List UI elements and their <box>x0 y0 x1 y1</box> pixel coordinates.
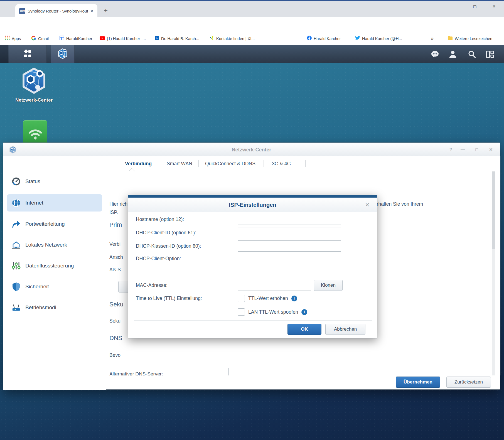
dhcp-client-option-textarea[interactable] <box>238 254 341 276</box>
section-heading-secondary: Seku <box>109 301 123 308</box>
clone-mac-button[interactable]: Klonen <box>314 280 343 291</box>
tab-3g-4g[interactable]: 3G & 4G <box>272 156 291 171</box>
taskbar-edge-button[interactable] <box>0 45 8 63</box>
youtube-icon <box>100 36 105 41</box>
field-label-default: Als S <box>109 267 121 273</box>
screen: SRM Synology Router - SynologyRoute ✕ + … <box>0 0 504 440</box>
window-maximize-button[interactable]: □ <box>472 145 481 154</box>
dialog-header[interactable]: ISP-Einstellungen <box>128 198 377 212</box>
bookmark-item[interactable]: Apps <box>5 32 21 45</box>
other-bookmarks-button[interactable]: Weitere Lesezeichen <box>448 32 492 45</box>
tab-smart-wan[interactable]: Smart WAN <box>167 156 192 171</box>
window-titlebar[interactable]: Netzwerk-Center ? — □ ✕ <box>3 143 500 156</box>
bookmarks-overflow-button[interactable]: » <box>431 32 434 45</box>
dialog-accent-bar <box>128 195 377 198</box>
hostname-input[interactable] <box>238 214 341 225</box>
google-icon <box>31 36 36 42</box>
ttl-spoof-label: LAN TTL-Wert spoofen <box>248 309 298 315</box>
ttl-spoof-checkbox[interactable] <box>238 308 245 316</box>
field-label-preferred-dns: Bevo <box>109 352 121 358</box>
sidebar-item-traffic[interactable]: Datenflusssteuerung <box>3 257 106 274</box>
dhcp-client-option-label: DHCP-Client-Option: <box>136 256 181 262</box>
tab-separator <box>198 160 199 167</box>
tab-separator <box>264 160 264 167</box>
tab-verbindung[interactable]: Verbindung <box>125 156 152 171</box>
window-minimize-button[interactable]: — <box>458 145 467 154</box>
dhcp-client-id-input[interactable] <box>238 227 341 238</box>
ok-button[interactable]: OK <box>287 324 321 335</box>
sidebar-item-localnet[interactable]: Lokales Netzwerk <box>3 236 106 254</box>
localnet-icon <box>11 240 21 250</box>
window-close-button[interactable]: ✕ <box>486 145 495 154</box>
sidebar-item-portforward[interactable]: Portweiterleitung <box>3 215 106 233</box>
ttl-increase-row: TTL-Wert erhöhen i <box>238 295 297 302</box>
browser-minimize-button[interactable]: — <box>449 2 462 11</box>
bookmark-item[interactable]: Gmail <box>31 32 49 45</box>
window-help-button[interactable]: ? <box>446 145 455 154</box>
bookmark-item[interactable]: Harald Karcher <box>307 32 341 45</box>
bookmarks-bar: AppsGmailHaraldKarcher(1) Harald Karcher… <box>0 32 504 45</box>
window-title: Netzwerk-Center <box>3 143 500 156</box>
sidebar-item-modes[interactable]: Betriebsmodi <box>3 299 106 316</box>
tab-quickconnect-ddns[interactable]: QuickConnect & DDNS <box>205 156 255 171</box>
tab-separator <box>120 160 120 167</box>
reset-button[interactable]: Zurücksetzen <box>446 377 491 388</box>
notifications-icon[interactable] <box>428 45 442 63</box>
content-scrollbar[interactable] <box>492 171 495 375</box>
divider-dashed <box>106 347 491 347</box>
bookmark-item[interactable]: HaraldKarcher <box>60 32 92 45</box>
cancel-button[interactable]: Abbrechen <box>325 324 365 335</box>
desktop-icon-wifi[interactable] <box>23 120 47 146</box>
alt-dns-input[interactable] <box>228 368 312 375</box>
network-center-icon <box>21 67 47 95</box>
svg-text:in: in <box>156 37 158 40</box>
bookmark-item[interactable]: inDr. Harald B. Karch... <box>155 32 199 45</box>
tab-separator <box>160 160 160 167</box>
sidebar-item-security[interactable]: Sicherheit <box>3 278 106 295</box>
sidebar-item-status[interactable]: Status <box>3 173 106 190</box>
footer-divider <box>106 348 500 348</box>
dhcp-class-id-input[interactable] <box>238 240 341 252</box>
field-label-alt-dns: Alternativer DNS-Server: <box>109 371 163 375</box>
internet-icon <box>11 198 21 208</box>
apply-button[interactable]: Übernehmen <box>396 377 440 388</box>
scrollbar-thumb[interactable] <box>492 171 495 249</box>
main-menu-button[interactable] <box>9 45 47 63</box>
ttl-increase-label: TTL-Wert erhöhen <box>248 296 288 301</box>
tab-close-icon[interactable]: ✕ <box>89 8 95 14</box>
taskbar-app-netzwerk-center[interactable] <box>51 45 75 63</box>
ttl-increase-checkbox[interactable] <box>238 295 245 302</box>
bookmark-item[interactable]: Harald Karcher (@H... <box>355 32 402 45</box>
srm-taskbar <box>0 45 504 63</box>
info-icon[interactable]: i <box>291 296 297 301</box>
pilot-view-icon[interactable] <box>483 45 497 63</box>
info-icon[interactable]: i <box>301 309 307 315</box>
modes-icon <box>11 303 21 312</box>
section-heading-primary: Prim <box>109 221 122 228</box>
field-label-connection: Verbi <box>109 241 121 247</box>
bookmark-item[interactable]: Kontakte finden | XI... <box>210 32 255 45</box>
mac-address-input[interactable] <box>238 280 311 291</box>
tab-separator <box>305 160 306 167</box>
browser-toolbar: ← → ⟳ i Nicht sicher router.synology.com… <box>0 17 504 32</box>
browser-tab[interactable]: SRM Synology Router - SynologyRoute ✕ <box>15 4 97 18</box>
window-tabbar: VerbindungSmart WANQuickConnect & DDNS3G… <box>106 156 500 171</box>
portforward-icon <box>11 219 21 229</box>
dialog-close-icon[interactable]: ✕ <box>363 201 372 209</box>
browser-maximize-button[interactable]: ▢ <box>468 2 481 11</box>
description-line2: ISP. <box>109 210 118 215</box>
desktop-icon-netzwerk-center[interactable]: Netzwerk-Center <box>14 67 53 103</box>
facebook-icon <box>307 36 312 41</box>
dhcp-client-id-label: DHCP-Client-ID (option 61): <box>136 230 196 236</box>
browser-close-button[interactable]: ✕ <box>488 2 500 11</box>
xing-icon <box>210 36 214 41</box>
new-tab-button[interactable]: + <box>101 6 111 16</box>
linkedin-icon: in <box>155 36 159 41</box>
search-icon[interactable] <box>465 45 479 63</box>
sidebar-item-internet[interactable]: Internet <box>3 194 106 212</box>
bookmark-item[interactable]: (1) Harald Karcher -... <box>100 32 146 45</box>
user-icon[interactable] <box>446 45 460 63</box>
sidebar: StatusInternetPortweiterleitungLokales N… <box>3 156 106 390</box>
hostname-label: Hostname (option 12): <box>136 217 184 222</box>
bookmarks-divider <box>442 35 442 42</box>
